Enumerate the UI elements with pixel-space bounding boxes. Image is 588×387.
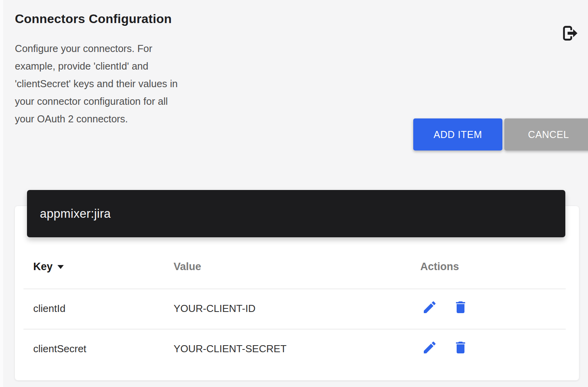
caret-down-icon (57, 265, 64, 269)
export-button[interactable] (559, 23, 579, 43)
page-description-line: example, provide 'clientId' and (15, 57, 218, 75)
column-header-key-label: Key (33, 261, 53, 272)
row-key-cell: clientId (33, 303, 65, 315)
page-description-line: your connector configuration for all (15, 93, 218, 110)
row-key-cell: clientSecret (33, 343, 86, 355)
table-divider (23, 329, 566, 330)
trash-icon (453, 340, 469, 355)
left-edge-gutter (0, 0, 3, 387)
edit-row-button[interactable] (422, 339, 438, 356)
cancel-button[interactable]: CANCEL (504, 118, 588, 150)
connector-name-bar: appmixer:jira (27, 190, 565, 237)
row-value-cell: YOUR-CLIENT-SECRET (174, 343, 287, 355)
pencil-icon (422, 299, 438, 315)
table-divider (23, 288, 566, 289)
row-value-cell: YOUR-CLIENT-ID (174, 303, 255, 315)
delete-row-button[interactable] (453, 339, 469, 356)
page-title: Connectors Configuration (15, 12, 172, 26)
delete-row-button[interactable] (453, 299, 469, 315)
page-description-line: 'clientSecret' keys and their values in (15, 75, 218, 93)
add-item-button[interactable]: ADD ITEM (413, 118, 502, 150)
column-header-value: Value (174, 261, 201, 273)
page-description-line: Configure your connectors. For (15, 40, 218, 57)
edit-row-button[interactable] (422, 299, 438, 315)
page-description-line: your OAuth 2 connectors. (15, 110, 218, 128)
pencil-icon (422, 340, 438, 355)
trash-icon (453, 299, 469, 315)
export-icon (559, 24, 579, 43)
page-description: Configure your connectors. For example, … (15, 40, 218, 128)
connector-name: appmixer:jira (40, 207, 111, 221)
column-header-actions: Actions (420, 261, 459, 273)
column-header-key[interactable]: Key (33, 261, 64, 273)
connectors-configuration-page: Connectors Configuration Configure your … (0, 0, 588, 387)
